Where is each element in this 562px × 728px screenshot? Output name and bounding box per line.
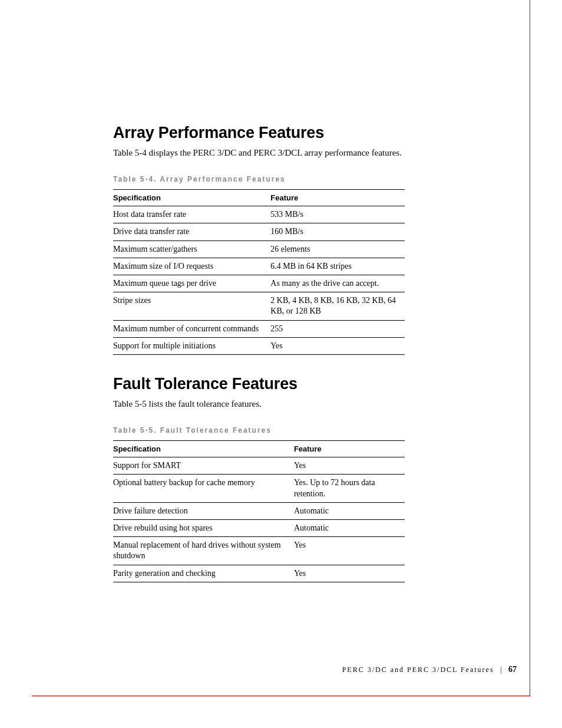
table-5-5: Specification Feature Support for SMARTY… [113,440,405,582]
th-specification: Specification [113,190,270,206]
cell-spec: Support for multiple initiations [113,337,270,354]
page: Array Performance Features Table 5-4 dis… [32,0,530,696]
cell-spec: Maximum queue tags per drive [113,275,270,292]
cell-feat: Yes [294,457,405,475]
th-feature: Feature [270,190,405,206]
cell-spec: Drive failure detection [113,502,294,519]
intro-fault-tolerance: Table 5-5 lists the fault tolerance feat… [113,398,419,410]
cell-feat: Yes [294,537,405,565]
cell-feat: 533 MB/s [270,206,405,223]
cell-spec: Stripe sizes [113,292,270,320]
cell-spec: Parity generation and checking [113,565,294,582]
table-row: Manual replacement of hard drives withou… [113,537,405,565]
cell-feat: Automatic [294,502,405,519]
table-row: Maximum queue tags per driveAs many as t… [113,275,405,292]
page-footer: PERC 3/DC and PERC 3/DCL Features | 67 [342,665,517,674]
cell-spec: Maximum number of concurrent commands [113,320,270,337]
cell-feat: 26 elements [270,241,405,258]
cell-feat: 6.4 MB in 64 KB stripes [270,258,405,275]
footer-separator: | [501,666,502,674]
th-feature: Feature [294,441,405,457]
table-row: Maximum size of I/O requests6.4 MB in 64… [113,258,405,275]
cell-spec: Optional battery backup for cache memory [113,475,294,502]
heading-fault-tolerance: Fault Tolerance Features [113,375,459,393]
cell-feat: As many as the drive can accept. [270,275,405,292]
footer-title: PERC 3/DC and PERC 3/DCL Features [342,666,494,674]
table-row: Drive rebuild using hot sparesAutomatic [113,519,405,536]
cell-spec: Support for SMART [113,457,294,475]
intro-array-performance: Table 5-4 displays the PERC 3/DC and PER… [113,147,419,159]
table-row: Stripe sizes2 KB, 4 KB, 8 KB, 16 KB, 32 … [113,292,405,320]
cell-feat: 2 KB, 4 KB, 8 KB, 16 KB, 32 KB, 64 KB, o… [270,292,405,320]
table-row: Host data transfer rate533 MB/s [113,206,405,223]
cell-spec: Drive rebuild using hot spares [113,519,294,536]
table-row: Optional battery backup for cache memory… [113,475,405,502]
page-number: 67 [508,665,517,674]
cell-feat: Yes [294,565,405,582]
heading-array-performance: Array Performance Features [113,124,459,142]
cell-spec: Manual replacement of hard drives withou… [113,537,294,565]
cell-feat: Yes [270,337,405,354]
table-row: Drive data transfer rate160 MB/s [113,223,405,241]
table-row: Support for multiple initiationsYes [113,337,405,354]
table-row: Maximum number of concurrent commands255 [113,320,405,337]
table-row: Drive failure detectionAutomatic [113,502,405,519]
cell-spec: Host data transfer rate [113,206,270,223]
table-row: Maximum scatter/gathers26 elements [113,241,405,258]
cell-feat: 255 [270,320,405,337]
th-specification: Specification [113,441,294,457]
table-caption-5-5: Table 5-5. Fault Tolerance Features [113,426,459,434]
table-5-4: Specification Feature Host data transfer… [113,189,405,355]
cell-feat: Yes. Up to 72 hours data retention. [294,475,405,502]
cell-spec: Maximum scatter/gathers [113,241,270,258]
cell-feat: Automatic [294,519,405,536]
cell-spec: Maximum size of I/O requests [113,258,270,275]
table-row: Support for SMARTYes [113,457,405,475]
table-row: Parity generation and checkingYes [113,565,405,582]
table-caption-5-4: Table 5-4. Array Performance Features [113,175,459,183]
cell-spec: Drive data transfer rate [113,223,270,241]
cell-feat: 160 MB/s [270,223,405,241]
